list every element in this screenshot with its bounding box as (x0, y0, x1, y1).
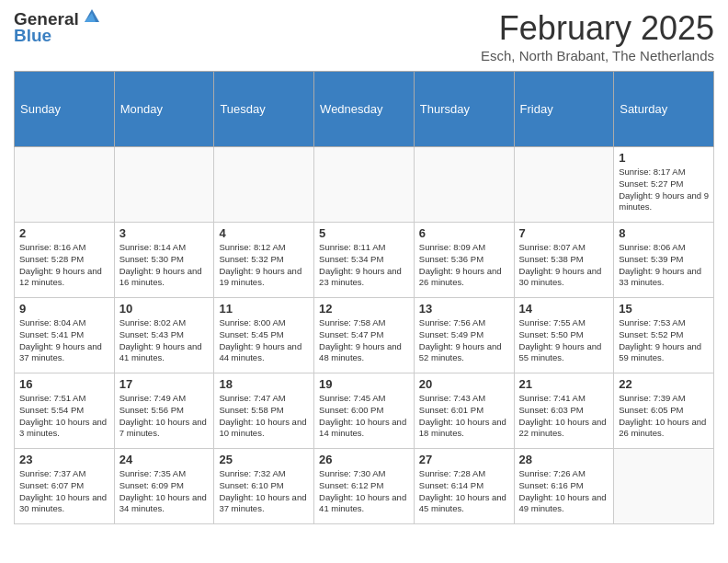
day-info: Sunrise: 8:12 AM Sunset: 5:32 PM Dayligh… (219, 242, 309, 289)
day-info: Sunrise: 7:53 AM Sunset: 5:52 PM Dayligh… (619, 317, 709, 364)
day-info: Sunrise: 8:07 AM Sunset: 5:38 PM Dayligh… (519, 242, 609, 289)
day-number: 20 (419, 377, 509, 391)
col-header-wednesday: Wednesday (314, 72, 415, 147)
calendar-cell: 14Sunrise: 7:55 AM Sunset: 5:50 PM Dayli… (514, 298, 614, 373)
day-number: 9 (19, 302, 109, 316)
day-info: Sunrise: 8:04 AM Sunset: 5:41 PM Dayligh… (19, 317, 109, 364)
calendar-cell: 16Sunrise: 7:51 AM Sunset: 5:54 PM Dayli… (15, 373, 115, 449)
day-number: 10 (119, 302, 210, 316)
page-header: General Blue February 2025 Esch, North B… (14, 9, 714, 63)
calendar-cell: 21Sunrise: 7:41 AM Sunset: 6:03 PM Dayli… (514, 373, 614, 449)
day-info: Sunrise: 7:41 AM Sunset: 6:03 PM Dayligh… (519, 393, 609, 440)
day-info: Sunrise: 7:45 AM Sunset: 6:00 PM Dayligh… (319, 393, 409, 440)
day-info: Sunrise: 7:32 AM Sunset: 6:10 PM Dayligh… (219, 468, 309, 515)
calendar-cell: 11Sunrise: 8:00 AM Sunset: 5:45 PM Dayli… (214, 298, 314, 373)
logo: General Blue (14, 9, 101, 46)
calendar-cell: 8Sunrise: 8:06 AM Sunset: 5:39 PM Daylig… (614, 223, 714, 298)
day-number: 16 (19, 377, 109, 391)
calendar-week-1: 2Sunrise: 8:16 AM Sunset: 5:28 PM Daylig… (15, 223, 714, 298)
day-info: Sunrise: 7:43 AM Sunset: 6:01 PM Dayligh… (419, 393, 509, 440)
day-number: 19 (319, 377, 409, 391)
calendar-cell (414, 147, 514, 223)
calendar-week-3: 16Sunrise: 7:51 AM Sunset: 5:54 PM Dayli… (15, 373, 714, 449)
day-number: 25 (219, 453, 309, 466)
day-number: 23 (19, 453, 109, 466)
day-number: 21 (519, 377, 609, 391)
calendar-cell (614, 449, 714, 524)
calendar-cell: 12Sunrise: 7:58 AM Sunset: 5:47 PM Dayli… (314, 298, 415, 373)
calendar-cell (114, 147, 214, 223)
day-number: 22 (619, 377, 709, 391)
calendar-cell: 28Sunrise: 7:26 AM Sunset: 6:16 PM Dayli… (514, 449, 614, 524)
calendar-cell: 23Sunrise: 7:37 AM Sunset: 6:07 PM Dayli… (15, 449, 115, 524)
calendar-cell: 13Sunrise: 7:56 AM Sunset: 5:49 PM Dayli… (414, 298, 514, 373)
calendar-cell: 4Sunrise: 8:12 AM Sunset: 5:32 PM Daylig… (214, 223, 314, 298)
calendar-cell: 9Sunrise: 8:04 AM Sunset: 5:41 PM Daylig… (15, 298, 115, 373)
day-info: Sunrise: 8:00 AM Sunset: 5:45 PM Dayligh… (219, 317, 309, 364)
day-number: 24 (119, 453, 210, 466)
calendar-week-0: 1Sunrise: 8:17 AM Sunset: 5:27 PM Daylig… (15, 147, 714, 223)
page-container: General Blue February 2025 Esch, North B… (0, 0, 728, 534)
calendar-cell: 24Sunrise: 7:35 AM Sunset: 6:09 PM Dayli… (114, 449, 214, 524)
calendar-cell: 27Sunrise: 7:28 AM Sunset: 6:14 PM Dayli… (414, 449, 514, 524)
day-number: 5 (319, 226, 409, 240)
day-info: Sunrise: 7:56 AM Sunset: 5:49 PM Dayligh… (419, 317, 509, 364)
day-number: 12 (319, 302, 409, 316)
day-info: Sunrise: 7:26 AM Sunset: 6:16 PM Dayligh… (519, 468, 609, 515)
col-header-monday: Monday (114, 72, 214, 147)
calendar-cell (514, 147, 614, 223)
day-number: 27 (419, 453, 509, 466)
day-info: Sunrise: 7:47 AM Sunset: 5:58 PM Dayligh… (219, 393, 309, 440)
calendar-cell: 20Sunrise: 7:43 AM Sunset: 6:01 PM Dayli… (414, 373, 514, 449)
day-number: 26 (319, 453, 409, 466)
day-info: Sunrise: 7:37 AM Sunset: 6:07 PM Dayligh… (19, 468, 109, 515)
day-info: Sunrise: 8:06 AM Sunset: 5:39 PM Dayligh… (619, 242, 709, 289)
calendar-header-row: SundayMondayTuesdayWednesdayThursdayFrid… (15, 72, 714, 147)
calendar-cell (15, 147, 115, 223)
calendar-cell: 2Sunrise: 8:16 AM Sunset: 5:28 PM Daylig… (15, 223, 115, 298)
col-header-tuesday: Tuesday (214, 72, 314, 147)
calendar-cell: 26Sunrise: 7:30 AM Sunset: 6:12 PM Dayli… (314, 449, 415, 524)
day-info: Sunrise: 8:14 AM Sunset: 5:30 PM Dayligh… (119, 242, 210, 289)
day-info: Sunrise: 7:39 AM Sunset: 6:05 PM Dayligh… (619, 393, 709, 440)
calendar-cell: 22Sunrise: 7:39 AM Sunset: 6:05 PM Dayli… (614, 373, 714, 449)
day-number: 13 (419, 302, 509, 316)
day-info: Sunrise: 8:02 AM Sunset: 5:43 PM Dayligh… (119, 317, 210, 364)
day-number: 6 (419, 226, 509, 240)
day-number: 18 (219, 377, 309, 391)
day-info: Sunrise: 7:51 AM Sunset: 5:54 PM Dayligh… (19, 393, 109, 440)
day-info: Sunrise: 7:28 AM Sunset: 6:14 PM Dayligh… (419, 468, 509, 515)
col-header-friday: Friday (514, 72, 614, 147)
day-number: 15 (619, 302, 709, 316)
day-number: 11 (219, 302, 309, 316)
calendar-week-2: 9Sunrise: 8:04 AM Sunset: 5:41 PM Daylig… (15, 298, 714, 373)
day-info: Sunrise: 7:58 AM Sunset: 5:47 PM Dayligh… (319, 317, 409, 364)
day-number: 4 (219, 226, 309, 240)
logo-icon (81, 6, 101, 26)
location-subtitle: Esch, North Brabant, The Netherlands (481, 48, 714, 63)
title-block: February 2025 Esch, North Brabant, The N… (481, 9, 714, 63)
day-info: Sunrise: 8:09 AM Sunset: 5:36 PM Dayligh… (419, 242, 509, 289)
day-info: Sunrise: 7:30 AM Sunset: 6:12 PM Dayligh… (319, 468, 409, 515)
calendar-table: SundayMondayTuesdayWednesdayThursdayFrid… (14, 71, 714, 524)
calendar-cell: 5Sunrise: 8:11 AM Sunset: 5:34 PM Daylig… (314, 223, 415, 298)
day-number: 1 (619, 151, 709, 165)
calendar-cell: 25Sunrise: 7:32 AM Sunset: 6:10 PM Dayli… (214, 449, 314, 524)
day-info: Sunrise: 7:35 AM Sunset: 6:09 PM Dayligh… (119, 468, 210, 515)
calendar-cell (314, 147, 415, 223)
calendar-cell: 15Sunrise: 7:53 AM Sunset: 5:52 PM Dayli… (614, 298, 714, 373)
day-number: 2 (19, 226, 109, 240)
day-info: Sunrise: 8:17 AM Sunset: 5:27 PM Dayligh… (619, 167, 709, 213)
calendar-cell: 6Sunrise: 8:09 AM Sunset: 5:36 PM Daylig… (414, 223, 514, 298)
calendar-cell: 1Sunrise: 8:17 AM Sunset: 5:27 PM Daylig… (614, 147, 714, 223)
month-title: February 2025 (481, 9, 714, 48)
logo-text: General Blue (14, 9, 101, 46)
day-info: Sunrise: 7:55 AM Sunset: 5:50 PM Dayligh… (519, 317, 609, 364)
calendar-cell: 19Sunrise: 7:45 AM Sunset: 6:00 PM Dayli… (314, 373, 415, 449)
calendar-cell: 17Sunrise: 7:49 AM Sunset: 5:56 PM Dayli… (114, 373, 214, 449)
day-info: Sunrise: 8:16 AM Sunset: 5:28 PM Dayligh… (19, 242, 109, 289)
calendar-cell: 10Sunrise: 8:02 AM Sunset: 5:43 PM Dayli… (114, 298, 214, 373)
col-header-thursday: Thursday (414, 72, 514, 147)
col-header-sunday: Sunday (15, 72, 115, 147)
calendar-cell: 18Sunrise: 7:47 AM Sunset: 5:58 PM Dayli… (214, 373, 314, 449)
